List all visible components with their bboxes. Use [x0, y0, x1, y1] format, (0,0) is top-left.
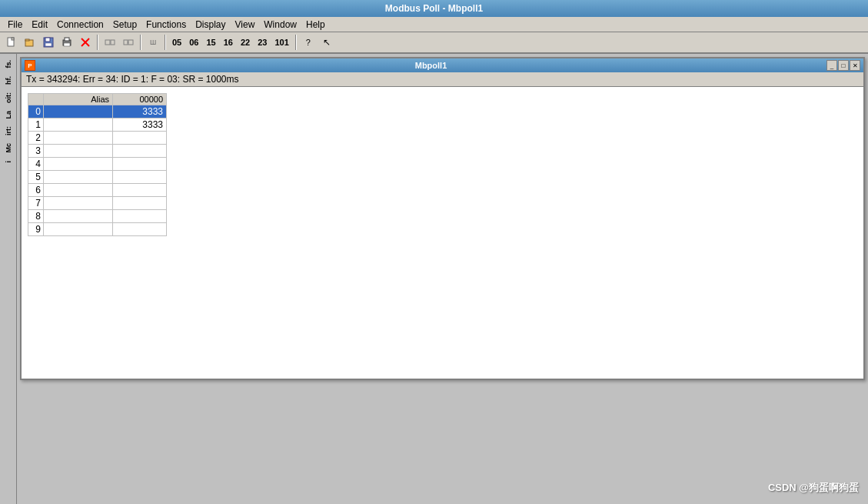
menu-file[interactable]: File — [3, 18, 27, 32]
table-container[interactable]: Alias 00000 033331333323456789 — [22, 87, 863, 379]
table-row[interactable]: 03333 — [28, 105, 167, 118]
row-alias — [44, 145, 113, 158]
separator-4 — [295, 35, 297, 50]
svg-rect-5 — [45, 38, 50, 42]
table-row[interactable]: 2 — [28, 132, 167, 145]
func-16[interactable]: 16 — [221, 35, 236, 49]
main-area: fs. hf. oit: La irt: Mc i P Mbpoll1 _ □ … — [0, 54, 868, 504]
func-15[interactable]: 15 — [204, 35, 219, 49]
col-header-value: 00000 — [113, 94, 167, 105]
workspace: P Mbpoll1 _ □ ✕ Tx = 343294: Err = 34: I… — [17, 54, 868, 504]
row-number: 2 — [28, 132, 44, 145]
help-button[interactable]: ? — [300, 34, 317, 51]
cursor-icon: ↖ — [323, 37, 331, 48]
row-value — [113, 210, 167, 223]
row-alias — [44, 210, 113, 223]
menu-setup[interactable]: Setup — [108, 18, 141, 32]
row-number: 0 — [28, 105, 44, 118]
svg-rect-1 — [12, 38, 14, 40]
row-value — [113, 145, 167, 158]
sidebar-i: i — [3, 158, 14, 166]
data-table: Alias 00000 033331333323456789 — [28, 93, 167, 236]
menu-connection[interactable]: Connection — [52, 18, 108, 32]
svg-rect-9 — [64, 43, 70, 46]
print-button[interactable] — [58, 34, 75, 51]
svg-rect-13 — [111, 40, 115, 45]
row-value: 3333 — [113, 118, 167, 132]
sidebar-mc: Mc — [3, 140, 14, 156]
col-header-alias: Alias — [44, 94, 113, 105]
row-value — [113, 171, 167, 184]
row-number: 6 — [28, 184, 44, 197]
row-alias — [44, 105, 113, 118]
separator-1 — [97, 35, 98, 50]
row-alias — [44, 132, 113, 145]
window-status: Tx = 343294: Err = 34: ID = 1: F = 03: S… — [22, 72, 863, 87]
svg-rect-15 — [128, 40, 133, 45]
func-101[interactable]: 101 — [272, 35, 292, 49]
open-button[interactable] — [22, 34, 38, 51]
row-value — [113, 158, 167, 171]
func-23[interactable]: 23 — [254, 35, 270, 49]
table-row[interactable]: 8 — [28, 210, 167, 223]
separator-2 — [140, 35, 141, 50]
row-value — [113, 184, 167, 197]
mdi-icon-text: P — [28, 62, 32, 69]
svg-rect-8 — [65, 38, 69, 41]
sidebar-irt: irt: — [3, 123, 14, 139]
menu-edit[interactable]: Edit — [27, 18, 52, 32]
func-22[interactable]: 22 — [238, 35, 253, 49]
row-alias — [44, 118, 113, 132]
row-number: 5 — [28, 171, 44, 184]
menu-window[interactable]: Window — [259, 18, 301, 32]
save-button[interactable] — [40, 34, 57, 51]
table-row[interactable]: 7 — [28, 197, 167, 210]
row-alias — [44, 158, 113, 171]
table-row[interactable]: 13333 — [28, 118, 167, 132]
row-alias — [44, 171, 113, 184]
left-sidebar: fs. hf. oit: La irt: Mc i — [0, 54, 17, 504]
menu-help[interactable]: Help — [301, 18, 330, 32]
row-value — [113, 223, 167, 236]
separator-3 — [165, 35, 166, 50]
menu-view[interactable]: View — [231, 18, 260, 32]
func-05[interactable]: 05 — [169, 35, 185, 49]
new-button[interactable] — [3, 34, 20, 51]
row-number: 8 — [28, 210, 44, 223]
mdi-minimize[interactable]: _ — [826, 60, 837, 71]
connect-button[interactable] — [120, 34, 137, 51]
row-alias — [44, 197, 113, 210]
func-06[interactable]: 06 — [186, 35, 201, 49]
table-row[interactable]: 5 — [28, 171, 167, 184]
row-number: 4 — [28, 158, 44, 171]
disconnect-button[interactable] — [101, 34, 118, 51]
table-row[interactable]: 3 — [28, 145, 167, 158]
mdi-close[interactable]: ✕ — [850, 60, 860, 71]
mdi-maximize[interactable]: □ — [838, 60, 849, 71]
run-indicator: Ш — [145, 34, 161, 51]
svg-rect-6 — [45, 43, 52, 46]
title-bar: Modbus Poll - Mbpoll1 — [0, 0, 868, 17]
table-row[interactable]: 4 — [28, 158, 167, 171]
delete-button[interactable] — [77, 34, 94, 51]
row-number: 3 — [28, 145, 44, 158]
row-alias — [44, 184, 113, 197]
table-row[interactable]: 9 — [28, 223, 167, 236]
svg-rect-3 — [25, 39, 29, 41]
menu-functions[interactable]: Functions — [141, 18, 191, 32]
mdi-icon: P — [25, 60, 35, 71]
table-row[interactable]: 6 — [28, 184, 167, 197]
svg-rect-14 — [124, 40, 128, 45]
cursor-button[interactable]: ↖ — [318, 34, 335, 51]
sidebar-oit: oit: — [3, 89, 14, 106]
question-icon: ? — [306, 38, 311, 47]
watermark: CSDN @狗蛋啊狗蛋 — [768, 481, 859, 495]
menu-display[interactable]: Display — [191, 18, 230, 32]
sidebar-hf: hf. — [3, 73, 14, 88]
mdi-controls: _ □ ✕ — [826, 60, 860, 71]
title-bar-text: Modbus Poll - Mbpoll1 — [385, 3, 483, 14]
row-number: 7 — [28, 197, 44, 210]
row-value — [113, 132, 167, 145]
row-value — [113, 197, 167, 210]
svg-rect-12 — [105, 40, 110, 45]
